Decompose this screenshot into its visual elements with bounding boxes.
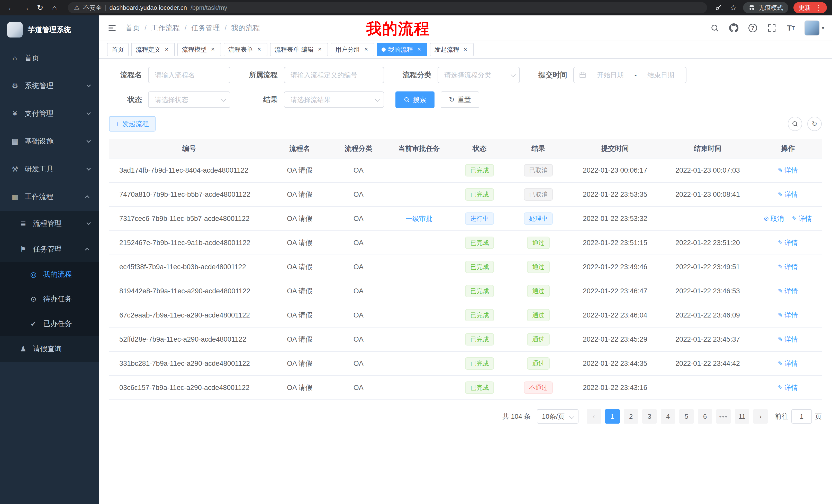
fullscreen-icon[interactable] [766,22,778,34]
sidebar-item[interactable]: ▤ 基础设施 [0,128,99,155]
table-row: 7317cec6-7b9b-11ec-b5b7-acde48001122 OA … [109,206,822,231]
sidebar-item[interactable]: ¥ 支付管理 [0,100,99,128]
breadcrumb-item[interactable]: 我的流程 [220,23,260,33]
detail-link[interactable]: ✎ 详情 [778,190,798,199]
detail-link[interactable]: ✎ 详情 [778,359,798,368]
category-select[interactable]: 请选择流程分类 [438,67,520,83]
row-id: 2152467e-7b9b-11ec-9a1b-acde48001122 [109,231,269,255]
avatar[interactable] [804,20,820,36]
help-icon[interactable]: ? [747,22,758,34]
detail-link[interactable]: ✎ 详情 [778,287,798,296]
sidebar-item[interactable]: ▦ 工作流程 [0,183,99,211]
sidebar-item[interactable]: ⚒ 研发工具 [0,155,99,183]
tab-close-icon[interactable]: × [316,46,323,53]
row-process-name: OA 请假 [269,206,330,231]
page-button[interactable]: 3 [642,409,657,424]
view-tab[interactable]: 发起流程 × [430,43,474,56]
page-button[interactable]: 5 [679,409,694,424]
sidebar-item[interactable]: ♟ 请假查询 [0,336,99,362]
view-tab[interactable]: 我的流程 × [377,43,427,56]
browser-reload-icon[interactable]: ↻ [34,2,46,14]
browser-forward-icon[interactable]: → [20,2,32,14]
detail-link[interactable]: ✎ 详情 [778,262,798,272]
search-icon[interactable] [709,22,721,34]
status-select[interactable]: 请选择状态 [148,91,230,108]
row-actions: ⊘ ✎ 详情 [754,303,822,327]
status-badge: 进行中 [465,213,494,225]
detail-link[interactable]: ✎ 详情 [778,311,798,320]
process-name-input[interactable] [148,67,230,83]
current-task-link[interactable]: 一级审批 [406,214,433,223]
view-tab[interactable]: 首页 [107,43,129,56]
page-button[interactable]: 11 [735,409,749,424]
page-button[interactable]: 6 [698,409,712,424]
github-icon[interactable] [728,22,739,34]
sidebar-item[interactable]: ⊙ 待办任务 [0,287,99,311]
view-tab[interactable]: 用户分组 × [331,43,374,56]
process-table: 编号 流程名 流程分类 当前审批任务 状态 结果 [109,139,822,400]
tab-label: 用户分组 [335,46,360,54]
search-icon [404,96,410,103]
hamburger-icon[interactable] [106,22,118,34]
detail-link[interactable]: ✎ 详情 [778,383,798,392]
sidebar-item[interactable]: ⚙ 系统管理 [0,72,99,100]
goto-page-input[interactable] [791,409,812,424]
refresh-table-icon[interactable]: ↻ [807,117,822,131]
detail-link[interactable]: ✎ 详情 [778,239,798,247]
submit-time-range-picker[interactable]: 开始日期 - 结束日期 [573,67,686,83]
sidebar-item[interactable]: ⚑ 任务管理 [0,236,99,262]
next-page-button[interactable]: › [753,409,768,424]
page-button[interactable]: ••• [716,409,731,424]
tab-close-icon[interactable]: × [363,46,370,53]
cancel-link[interactable]: ⊘ 取消 [763,214,784,223]
result-select[interactable]: 请选择流结果 [284,91,384,108]
search-button[interactable]: 搜索 [395,91,435,108]
toggle-search-icon[interactable] [788,117,802,131]
sidebar-item[interactable]: ◎ 我的流程 [0,262,99,287]
page-button[interactable]: 1 [605,409,620,424]
detail-link[interactable]: ✎ 详情 [778,335,798,344]
sidebar-item[interactable]: ⌂ 首页 [0,44,99,72]
browser-update-button[interactable]: 更新 ⋮ [794,2,827,13]
detail-link[interactable]: ✎ 详情 [778,166,798,175]
key-icon[interactable] [714,3,724,12]
row-submit-time: 2022-01-22 23:46:47 [569,279,661,303]
tab-label: 发起流程 [435,46,459,54]
user-menu[interactable]: ▾ [804,20,824,36]
create-process-button[interactable]: + 发起流程 [109,116,156,132]
row-id: 3ad174fb-7b9d-11ec-8404-acde48001122 [109,158,269,183]
reset-button[interactable]: ↻ 重置 [441,91,479,108]
prev-page-button[interactable]: ‹ [587,409,601,424]
page-size-select[interactable]: 10条/页 [537,409,578,424]
sidebar-item[interactable]: ✔ 已办任务 [0,311,99,336]
view-tab[interactable]: 流程表单 × [224,43,267,56]
row-process-name: OA 请假 [269,327,330,352]
font-size-icon[interactable]: TT [785,22,797,34]
breadcrumb-item[interactable]: 工作流程 [140,23,180,33]
tab-close-icon[interactable]: × [163,46,170,53]
address-bar[interactable]: ⚠ 不安全 dashboard.yudao.iocoder.cn/bpm/tas… [68,2,707,13]
process-def-input[interactable] [284,67,384,83]
row-actions: ⊘ ✎ 详情 [754,375,822,400]
page-button[interactable]: 4 [661,409,675,424]
row-process-name: OA 请假 [269,352,330,375]
view-tab[interactable]: 流程表单-编辑 × [270,43,328,56]
browser-back-icon[interactable]: ← [5,2,18,14]
sidebar-item[interactable]: ≣ 流程管理 [0,211,99,236]
bookmark-star-icon[interactable]: ☆ [729,3,738,12]
view-tab[interactable]: 流程定义 × [131,43,175,56]
page-button[interactable]: 2 [624,409,638,424]
row-end-time: 2022-01-23 00:08:41 [661,183,754,206]
tab-close-icon[interactable]: × [209,46,216,53]
browser-menu-kebab-icon[interactable]: ⋮ [815,4,822,12]
breadcrumb-item[interactable]: 任务管理 [180,23,220,33]
column-header: 状态 [451,139,508,158]
browser-home-icon[interactable]: ⌂ [48,2,61,14]
tab-close-icon[interactable]: × [256,46,263,53]
detail-link[interactable]: ✎ 详情 [792,214,812,223]
sidebar-item-label: 请假查询 [33,344,99,354]
breadcrumb-item[interactable]: 首页 [126,23,140,33]
tab-close-icon[interactable]: × [462,46,469,53]
tab-close-icon[interactable]: × [415,46,423,53]
view-tab[interactable]: 流程模型 × [177,43,221,56]
